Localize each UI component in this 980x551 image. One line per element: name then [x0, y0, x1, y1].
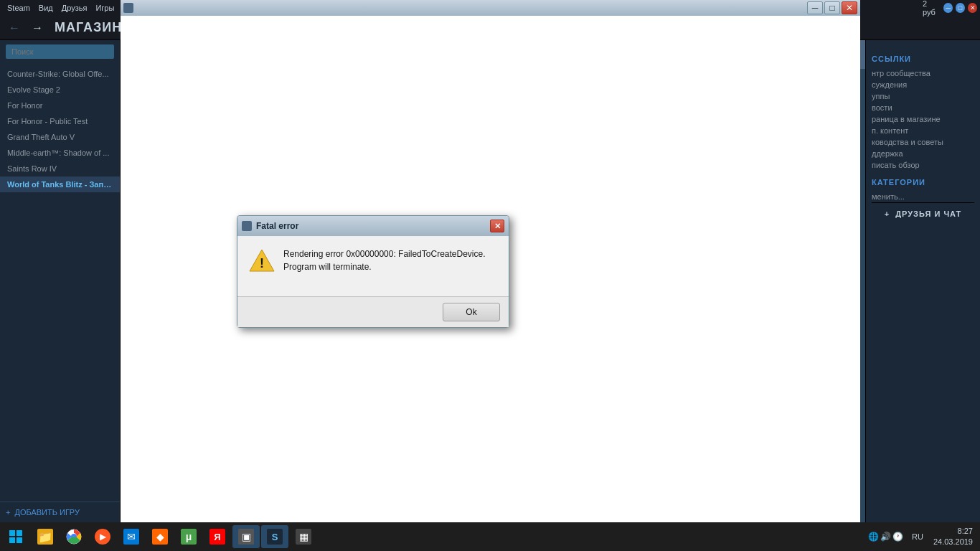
- mail-icon: ✉: [123, 529, 139, 545]
- dialog-app-icon: [242, 221, 252, 231]
- sidebar-games-list: Counter-Strike: Global Offe... Evolve St…: [0, 63, 120, 501]
- taskbar-app2[interactable]: ▣: [232, 525, 260, 548]
- link-store-page[interactable]: раница в магазине: [872, 113, 974, 125]
- app3-icon: ▦: [296, 529, 311, 545]
- categories-title: КАТЕГОРИИ: [872, 178, 974, 187]
- sidebar-item-gta5[interactable]: Grand Theft Auto V: [0, 129, 120, 145]
- taskbar-steam[interactable]: S: [261, 525, 288, 548]
- search-bar: [0, 40, 120, 63]
- sidebar-item-wot[interactable]: World of Tanks Blitz - Запу...: [0, 176, 120, 192]
- taskbar-app3[interactable]: ▦: [290, 525, 317, 548]
- dialog-body: ! Rendering error 0x00000000: FailedToCr…: [237, 236, 509, 296]
- search-input[interactable]: [6, 44, 114, 59]
- svg-rect-2: [9, 530, 15, 536]
- dialog-message-line1: Rendering error 0x00000000: FailedToCrea…: [283, 248, 486, 260]
- start-button[interactable]: [3, 525, 29, 548]
- page-title: МАГАЗИН: [55, 20, 122, 35]
- back-button[interactable]: ←: [6, 20, 23, 36]
- speaker-icon: 🔊: [880, 532, 891, 542]
- sidebar-item-middleearth[interactable]: Middle-earth™: Shadow of ...: [0, 145, 120, 161]
- clock[interactable]: 8:27 24.03.2019: [929, 524, 977, 550]
- link-news[interactable]: вости: [872, 102, 974, 113]
- taskbar-explorer[interactable]: 📁: [32, 525, 59, 548]
- taskbar-apps: 📁 ▶ ✉ ◆ μ Я: [32, 525, 862, 548]
- warning-icon: !: [249, 248, 275, 273]
- game-window-controls: ─ □ ✕: [807, 1, 857, 14]
- dialog-message: Rendering error 0x00000000: FailedToCrea…: [283, 248, 486, 273]
- time-display: 8:27: [933, 526, 973, 537]
- link-community[interactable]: нтр сообщества: [872, 67, 974, 79]
- network-icon: 🌐: [868, 532, 879, 542]
- yandex-icon: Я: [209, 529, 225, 545]
- ok-button[interactable]: Ok: [443, 303, 500, 321]
- sidebar-item-forhonor-public[interactable]: For Honor - Public Test: [0, 113, 120, 129]
- steam-minimize-btn[interactable]: ─: [943, 3, 953, 13]
- game-window-maximize[interactable]: □: [824, 1, 840, 14]
- friends-chat-button[interactable]: + ДРУЗЬЯ И ЧАТ: [872, 202, 974, 224]
- svg-rect-5: [17, 537, 22, 543]
- app2-icon: ▣: [238, 529, 254, 545]
- dialog-content: ! Rendering error 0x00000000: FailedToCr…: [249, 248, 497, 273]
- windows-logo-icon: [9, 529, 23, 544]
- link-guides[interactable]: ководства и советы: [872, 136, 974, 148]
- steam-price: 2 руб: [923, 0, 941, 17]
- taskbar-app1[interactable]: ◆: [146, 525, 174, 548]
- game-window-minimize[interactable]: ─: [807, 1, 823, 14]
- chrome-icon: [66, 529, 82, 545]
- plus-icon: +: [6, 508, 10, 517]
- dialog-footer: Ok: [237, 296, 509, 327]
- game-window-titlebar: ─ □ ✕: [121, 0, 860, 16]
- link-discussions[interactable]: суждения: [872, 79, 974, 90]
- taskbar-torrent[interactable]: μ: [175, 525, 202, 548]
- friends-chat-icon: +: [885, 209, 890, 218]
- taskbar-media[interactable]: ▶: [89, 525, 116, 548]
- sidebar-item-evolve[interactable]: Evolve Stage 2: [0, 82, 120, 98]
- menu-steam[interactable]: Steam: [7, 4, 30, 12]
- dialog-message-line2: Program will terminate.: [283, 260, 486, 273]
- add-game-label: ДОБАВИТЬ ИГРУ: [14, 508, 80, 517]
- taskbar-mail[interactable]: ✉: [118, 525, 145, 548]
- menu-friends[interactable]: Друзья: [62, 4, 88, 12]
- taskbar-notifications[interactable]: 🌐 🔊 🕐: [865, 532, 906, 542]
- steam-icon: S: [267, 529, 283, 545]
- link-review[interactable]: писать обзор: [872, 159, 974, 171]
- explorer-icon: 📁: [37, 529, 53, 545]
- datetime-icon: 🕐: [892, 532, 903, 542]
- menu-games[interactable]: Игры: [95, 4, 114, 12]
- taskbar-chrome[interactable]: [60, 525, 88, 548]
- sidebar-footer: + ДОБАВИТЬ ИГРУ: [0, 501, 120, 522]
- links-title: ССЫЛКИ: [872, 55, 974, 63]
- steam-top-right-controls: 2 руб ─ □ ✕: [923, 0, 980, 16]
- steam-close-btn[interactable]: ✕: [968, 3, 977, 13]
- friends-chat-label: ДРУЗЬЯ И ЧАТ: [895, 209, 961, 218]
- sidebar-item-forhonor[interactable]: For Honor: [0, 98, 120, 113]
- steam-maximize-btn[interactable]: □: [956, 3, 965, 13]
- dialog-title: Fatal error: [256, 221, 486, 231]
- link-category-change[interactable]: менить...: [872, 191, 974, 202]
- menu-view[interactable]: Вид: [39, 4, 53, 12]
- language-indicator[interactable]: RU: [909, 531, 926, 542]
- media-icon: ▶: [95, 529, 110, 545]
- link-support[interactable]: ддержка: [872, 148, 974, 159]
- forward-button[interactable]: →: [29, 20, 46, 36]
- sidebar: Counter-Strike: Global Offe... Evolve St…: [0, 40, 121, 522]
- dialog-close-button[interactable]: ✕: [490, 220, 504, 232]
- svg-text:!: !: [260, 256, 264, 270]
- game-window-icon: [123, 3, 133, 13]
- fatal-error-dialog: Fatal error ✕ ! Rendering error 0x000000…: [237, 215, 509, 328]
- dialog-titlebar: Fatal error ✕: [237, 216, 509, 236]
- taskbar-right: 🌐 🔊 🕐 RU 8:27 24.03.2019: [865, 524, 977, 550]
- taskbar: 📁 ▶ ✉ ◆ μ Я: [0, 522, 980, 551]
- link-dlc[interactable]: п. контент: [872, 125, 974, 136]
- link-groups[interactable]: уппы: [872, 90, 974, 102]
- svg-rect-4: [9, 537, 15, 543]
- right-sidebar: ССЫЛКИ нтр сообщества суждения уппы вост…: [865, 40, 980, 522]
- add-game-button[interactable]: + ДОБАВИТЬ ИГРУ: [6, 508, 114, 517]
- taskbar-yandex[interactable]: Я: [204, 525, 231, 548]
- date-display: 24.03.2019: [933, 537, 973, 547]
- game-window-close[interactable]: ✕: [842, 1, 857, 14]
- sidebar-item-cs[interactable]: Counter-Strike: Global Offe...: [0, 66, 120, 82]
- torrent-icon: μ: [181, 529, 197, 545]
- app1-icon: ◆: [152, 529, 168, 545]
- sidebar-item-saintsrow[interactable]: Saints Row IV: [0, 161, 120, 176]
